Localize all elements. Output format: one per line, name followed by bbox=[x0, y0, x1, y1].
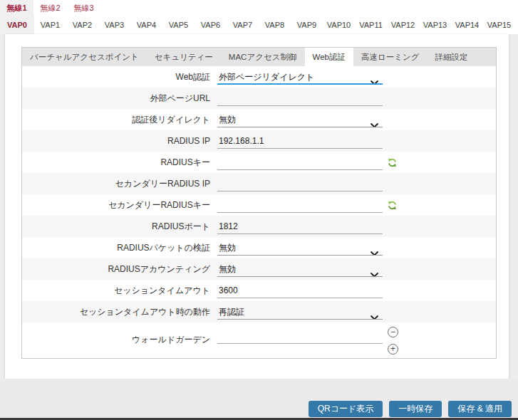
chevron-down-icon bbox=[371, 267, 378, 277]
field-row: セッションタイムアウト3600 bbox=[22, 280, 496, 301]
field-label: RADIUSパケットの検証 bbox=[22, 242, 217, 254]
select-field[interactable]: 無効 bbox=[217, 261, 383, 277]
select-field[interactable]: 無効 bbox=[217, 112, 383, 127]
vap-tab-vap0[interactable]: VAP0 bbox=[0, 16, 34, 34]
field-row: セカンダリーRADIUS IP bbox=[22, 173, 496, 194]
field-label: ウォールドガーデン bbox=[22, 334, 217, 346]
field-row: RADIUSキー bbox=[22, 152, 496, 173]
field-label: 認証後リダイレクト bbox=[22, 114, 217, 126]
vap-tab-vap15[interactable]: VAP15 bbox=[483, 16, 515, 34]
vap-tab-vap8[interactable]: VAP8 bbox=[259, 16, 291, 34]
field-label: RADIUS IP bbox=[22, 136, 217, 146]
text-input-field[interactable] bbox=[217, 154, 383, 170]
field-value: 3600 bbox=[219, 285, 238, 295]
section-tab-2[interactable]: MACアクセス制御 bbox=[221, 48, 305, 66]
add-entry-icon[interactable]: + bbox=[388, 344, 398, 355]
field-label: セカンダリーRADIUSキー bbox=[22, 199, 217, 211]
walled-garden-controls: −+ bbox=[388, 327, 398, 355]
section-tab-4[interactable]: 高速ローミング bbox=[353, 48, 428, 66]
footer-button-group: QRコード表示一時保存保存 & 適用 bbox=[309, 401, 512, 417]
wireless-tab-3[interactable]: 無線3 bbox=[67, 0, 100, 16]
field-row: 認証後リダイレクト無効 bbox=[22, 109, 496, 130]
vap-tab-vap14[interactable]: VAP14 bbox=[451, 16, 483, 34]
content-card: バーチャルアクセスポイントセキュリティーMACアクセス制御Web認証高速ローミン… bbox=[5, 34, 509, 379]
field-label: セッションタイムアウト bbox=[22, 285, 217, 297]
field-row: Web認証外部ページリダイレクト bbox=[22, 66, 496, 88]
select-field[interactable]: 再認証 bbox=[217, 304, 383, 320]
text-input-field[interactable] bbox=[217, 328, 383, 344]
vap-tab-vap9[interactable]: VAP9 bbox=[291, 16, 323, 34]
section-tab-1[interactable]: セキュリティー bbox=[147, 48, 221, 66]
vap-tab-vap5[interactable]: VAP5 bbox=[162, 16, 195, 34]
text-input-field[interactable]: 1812 bbox=[217, 219, 383, 234]
vap-tab-vap13[interactable]: VAP13 bbox=[419, 16, 451, 34]
field-row: RADIUS IP192.168.1.1 bbox=[22, 130, 496, 152]
temp-save-button[interactable]: 一時保存 bbox=[389, 401, 442, 417]
chevron-down-icon bbox=[371, 75, 378, 85]
vap-tab-vap10[interactable]: VAP10 bbox=[323, 16, 355, 34]
vap-tab-vap11[interactable]: VAP11 bbox=[355, 16, 387, 34]
field-label: セッションタイムアウト時の動作 bbox=[22, 306, 217, 318]
field-value: 外部ページリダイレクト bbox=[219, 72, 314, 82]
field-value: 192.168.1.1 bbox=[219, 136, 264, 146]
field-value: 再認証 bbox=[219, 307, 244, 317]
field-row: RADIUSアカウンティング無効 bbox=[22, 258, 496, 280]
vap-tab-vap7[interactable]: VAP7 bbox=[227, 16, 259, 34]
vap-tab-vap12[interactable]: VAP12 bbox=[387, 16, 419, 34]
field-label: セカンダリーRADIUS IP bbox=[22, 178, 217, 190]
text-input-field[interactable]: 3600 bbox=[217, 283, 383, 298]
chevron-down-icon bbox=[371, 117, 378, 127]
wireless-tab-1[interactable]: 無線1 bbox=[0, 0, 33, 16]
text-input-field[interactable] bbox=[217, 176, 383, 191]
remove-entry-icon[interactable]: − bbox=[388, 327, 398, 337]
text-input-field[interactable] bbox=[217, 90, 383, 106]
regenerate-key-icon[interactable] bbox=[388, 201, 397, 210]
wireless-tab-bar: 無線1無線2無線3 bbox=[0, 0, 518, 16]
select-field[interactable]: 外部ページリダイレクト bbox=[217, 69, 383, 85]
field-value: 無効 bbox=[219, 264, 236, 274]
field-label: RADIUSアカウンティング bbox=[22, 263, 217, 275]
vap-tab-vap3[interactable]: VAP3 bbox=[98, 16, 130, 34]
field-row: 外部ページURL bbox=[22, 88, 496, 109]
field-value: 無効 bbox=[219, 115, 236, 125]
field-row: RADIUSパケットの検証無効 bbox=[22, 237, 496, 258]
web-auth-form: Web認証外部ページリダイレクト外部ページURL認証後リダイレクト無効RADIU… bbox=[22, 66, 496, 359]
field-label: RADIUSポート bbox=[22, 221, 217, 233]
select-field[interactable]: 無効 bbox=[217, 240, 383, 256]
vap-tab-vap6[interactable]: VAP6 bbox=[195, 16, 227, 34]
field-row: セッションタイムアウト時の動作再認証 bbox=[22, 301, 496, 322]
chevron-down-icon bbox=[371, 246, 378, 256]
chevron-down-icon bbox=[371, 310, 378, 320]
vap-tab-vap4[interactable]: VAP4 bbox=[130, 16, 162, 34]
field-label: Web認証 bbox=[22, 71, 217, 83]
section-tab-3[interactable]: Web認証 bbox=[305, 48, 353, 66]
text-input-field[interactable] bbox=[217, 197, 383, 213]
field-row: RADIUSポート1812 bbox=[22, 216, 496, 237]
vap-tab-vap1[interactable]: VAP1 bbox=[34, 16, 66, 34]
wireless-tab-2[interactable]: 無線2 bbox=[33, 0, 67, 16]
qr-code-button[interactable]: QRコード表示 bbox=[309, 401, 383, 417]
text-input-field[interactable]: 192.168.1.1 bbox=[217, 133, 383, 149]
section-tab-5[interactable]: 詳細設定 bbox=[428, 48, 476, 66]
field-value: 1812 bbox=[219, 221, 238, 231]
save-apply-button[interactable]: 保存 & 適用 bbox=[448, 401, 512, 417]
vap-tab-bar: VAP0VAP1VAP2VAP3VAP4VAP5VAP6VAP7VAP8VAP9… bbox=[0, 16, 518, 34]
field-label: RADIUSキー bbox=[22, 157, 217, 169]
vap-tab-vap2[interactable]: VAP2 bbox=[66, 16, 98, 34]
web-auth-settings-panel: バーチャルアクセスポイントセキュリティーMACアクセス制御Web認証高速ローミン… bbox=[21, 47, 497, 359]
section-tab-bar: バーチャルアクセスポイントセキュリティーMACアクセス制御Web認証高速ローミン… bbox=[22, 48, 496, 66]
field-row: セカンダリーRADIUSキー bbox=[22, 194, 496, 216]
field-value: 無効 bbox=[219, 243, 236, 253]
field-row: ウォールドガーデン−+ bbox=[22, 322, 496, 359]
regenerate-key-icon[interactable] bbox=[388, 158, 397, 167]
section-tab-0[interactable]: バーチャルアクセスポイント bbox=[22, 48, 147, 66]
field-label: 外部ページURL bbox=[22, 93, 217, 105]
